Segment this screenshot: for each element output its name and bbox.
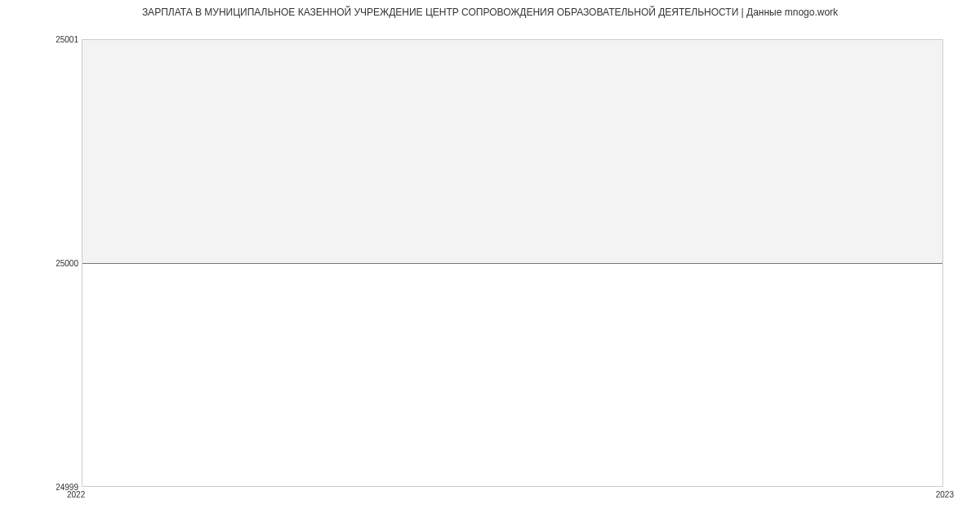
plot-band-lower — [82, 263, 942, 486]
plot-area — [82, 39, 943, 487]
x-axis-tick: 2023 — [936, 490, 954, 499]
chart-title: ЗАРПЛАТА В МУНИЦИПАЛЬНОЕ КАЗЕННОЙ УЧРЕЖД… — [0, 7, 980, 18]
y-axis-tick: 25001 — [56, 35, 78, 44]
y-axis-tick: 25000 — [56, 259, 78, 268]
plot-band-upper — [82, 40, 942, 263]
x-axis-tick: 2022 — [67, 490, 85, 499]
data-line — [82, 263, 942, 264]
